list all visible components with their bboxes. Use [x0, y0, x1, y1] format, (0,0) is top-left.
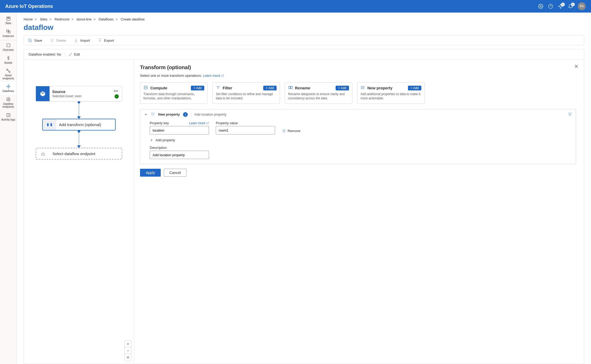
import-button[interactable]: Import [74, 38, 90, 42]
svg-point-40 [151, 114, 152, 114]
nav-dataflow-endpoints-label: Dataflow endpoints [1, 102, 15, 108]
source-menu-icon[interactable]: ••• [114, 89, 118, 93]
delete-icon[interactable] [568, 112, 572, 117]
save-label: Save [34, 39, 42, 42]
svg-point-0 [540, 6, 541, 7]
export-button[interactable]: Export [98, 38, 114, 42]
crumb-dataflows[interactable]: Dataflows [99, 17, 114, 21]
help-icon[interactable] [548, 4, 553, 9]
remove-button[interactable]: Remove [282, 129, 300, 133]
newprop-add-button[interactable]: + Add [408, 86, 421, 90]
compute-title: Compute [150, 86, 167, 90]
top-bar: Azure IoT Operations 1 1 PA [0, 0, 591, 13]
svg-rect-24 [127, 357, 129, 358]
newprop-desc: Add additional properties to data to mak… [361, 92, 421, 100]
rename-icon [288, 85, 293, 91]
svg-rect-29 [291, 86, 292, 89]
enable-bar: Dataflow enabled: No Edit [24, 49, 584, 60]
settings-icon[interactable] [538, 4, 543, 9]
diagnostics-icon[interactable]: 1 [558, 4, 563, 9]
svg-rect-23 [51, 123, 52, 126]
panel-learn-more[interactable]: Learn more [203, 74, 224, 78]
svg-point-35 [361, 89, 362, 89]
expanded-desc: Add location property [191, 112, 227, 116]
nav-overview[interactable]: Overview [0, 41, 17, 54]
breadcrumb: Home> Sites> Redmond> donut-line> Datafl… [24, 17, 584, 21]
endpoint-icon [36, 148, 50, 159]
crumb-redmond[interactable]: Redmond [55, 17, 69, 21]
rename-title: Rename [295, 86, 310, 90]
close-icon[interactable] [574, 64, 579, 69]
page-title: dataflow [24, 23, 584, 32]
crumb-sites[interactable]: Sites [40, 17, 47, 21]
add-property-button[interactable]: Add property [150, 138, 570, 142]
crumb-home[interactable]: Home [24, 17, 33, 21]
key-learn-more[interactable]: Learn more [189, 121, 209, 125]
cancel-button[interactable]: Cancel [164, 169, 186, 177]
transform-icon [43, 119, 56, 130]
edit-label: Edit [74, 52, 80, 56]
transform-panel: Transform (optional) Select one or more … [134, 60, 584, 364]
nav-dataflows[interactable]: Dataflows [0, 82, 17, 95]
desc-label: Description [150, 146, 167, 150]
zoom-out-button[interactable]: − [125, 347, 131, 354]
zoom-in-button[interactable]: + [125, 340, 131, 347]
enable-value: No [57, 52, 61, 56]
zoom-fit-button[interactable] [125, 354, 131, 361]
nav-dataflows-label: Dataflows [3, 90, 14, 93]
svg-point-15 [7, 97, 10, 101]
command-bar: Save Delete Import Export [24, 35, 584, 45]
source-title: Source [52, 89, 119, 94]
nav-asset-endpoints-label: Asset endpoints [1, 74, 15, 80]
chevron-down-icon[interactable] [144, 113, 148, 116]
description-input[interactable] [150, 151, 209, 159]
nav-assets[interactable]: Assets [0, 54, 17, 67]
val-label: Property value [216, 121, 238, 125]
svg-point-12 [8, 85, 9, 85]
list-icon [361, 85, 365, 91]
rename-card: Rename + Add Rename datapoints to ensure… [285, 82, 352, 104]
save-button[interactable]: Save [28, 38, 42, 42]
list-icon [151, 112, 155, 117]
dataflow-canvas[interactable]: Source Selected Asset: oven ••• Add tran… [24, 60, 134, 364]
import-label: Import [80, 39, 90, 42]
svg-point-14 [8, 88, 9, 88]
avatar[interactable]: PA [578, 2, 586, 10]
svg-rect-28 [289, 86, 290, 89]
add-property-label: Add property [155, 138, 175, 142]
destination-node[interactable]: Select dataflow endpoint [36, 148, 122, 160]
svg-point-11 [7, 86, 7, 87]
newprop-expanded: New property 1 Add location property Pro… [140, 109, 576, 164]
newprop-title: New property [367, 86, 393, 90]
apply-button[interactable]: Apply [140, 169, 161, 177]
compute-icon [143, 85, 148, 91]
transform-node[interactable]: Add transform (optional) [42, 119, 116, 131]
property-value-input[interactable] [216, 126, 275, 134]
rename-add-button[interactable]: + Add [336, 86, 349, 90]
svg-rect-3 [7, 17, 10, 20]
property-key-input[interactable] [150, 126, 209, 134]
count-pill: 1 [183, 112, 188, 117]
nav-overview-label: Overview [3, 48, 14, 52]
source-subtitle: Selected Asset: oven [52, 94, 119, 98]
crumb-donut-line[interactable]: donut-line [77, 17, 92, 21]
filter-add-button[interactable]: + Add [263, 86, 277, 90]
nav-activity-logs[interactable]: Activity logs [0, 111, 17, 123]
nav-asset-endpoints[interactable]: Asset endpoints [0, 66, 17, 82]
notifications-icon[interactable]: 1 [568, 4, 573, 9]
key-label: Property key [150, 121, 169, 125]
check-icon [115, 94, 119, 99]
svg-point-1 [549, 4, 553, 9]
compute-add-button[interactable]: + Add [191, 86, 204, 90]
source-node[interactable]: Source Selected Asset: oven ••• [36, 86, 122, 101]
svg-point-16 [8, 99, 9, 100]
svg-point-39 [151, 113, 152, 113]
edit-enable-button[interactable]: Edit [65, 52, 80, 56]
nav-sites[interactable]: Sites [0, 14, 17, 27]
expanded-title: New property [158, 112, 180, 116]
svg-rect-4 [7, 18, 8, 18]
enable-label: Dataflow enabled: [29, 52, 56, 56]
nav-dataflow-endpoints[interactable]: Dataflow endpoints [0, 95, 17, 111]
nav-instances[interactable]: Instances [0, 27, 17, 40]
filter-icon [216, 85, 221, 91]
